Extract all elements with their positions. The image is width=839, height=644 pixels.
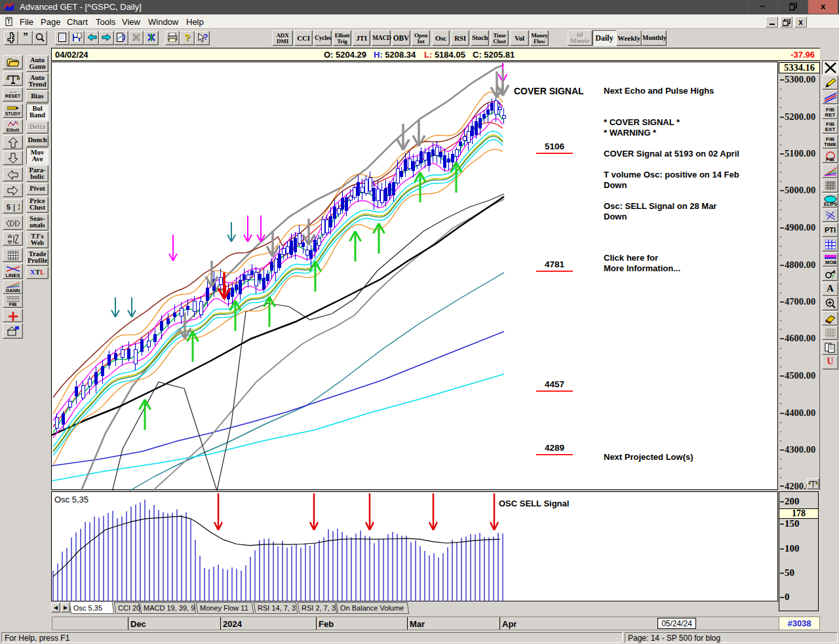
svg-text:OSC SELL Signal: OSC SELL Signal <box>499 499 569 508</box>
svg-text:Osc: SELL Signal on 28 Mar: Osc: SELL Signal on 28 Mar <box>604 201 716 211</box>
svg-text:* COVER SIGNAL *: * COVER SIGNAL * <box>604 117 680 127</box>
svg-text:COVER Signal at 5193 on 02 Apr: COVER Signal at 5193 on 02 April <box>604 149 739 159</box>
svg-text:4289: 4289 <box>545 443 564 453</box>
svg-text:ELIPS: ELIPS <box>824 202 838 206</box>
svg-text:Down: Down <box>604 212 627 221</box>
svg-text:FIB: FIB <box>826 157 834 162</box>
svg-text:4781: 4781 <box>545 259 565 269</box>
svg-text:?: ? <box>203 33 208 42</box>
svg-text:T volume Osc: positive on 14 F: T volume Osc: positive on 14 Feb <box>604 170 739 180</box>
svg-text:COVER SIGNAL: COVER SIGNAL <box>514 86 584 96</box>
svg-text:MOB: MOB <box>825 259 836 265</box>
svg-text:Next Echo and Pulse Highs: Next Echo and Pulse Highs <box>604 86 714 96</box>
svg-text:4457: 4457 <box>545 379 564 389</box>
svg-text:Click here for: Click here for <box>604 253 658 263</box>
svg-text:* WARNING *: * WARNING * <box>604 128 657 138</box>
svg-text:More Information...: More Information... <box>604 263 680 273</box>
svg-text:?: ? <box>831 273 834 279</box>
svg-text:5｜1: 5｜1 <box>7 203 20 212</box>
svg-text:5106: 5106 <box>545 142 565 151</box>
svg-text:Down: Down <box>604 180 627 190</box>
svg-text:Osc 5,35: Osc 5,35 <box>54 495 88 504</box>
svg-text:Next Projected Low(s): Next Projected Low(s) <box>604 452 693 462</box>
